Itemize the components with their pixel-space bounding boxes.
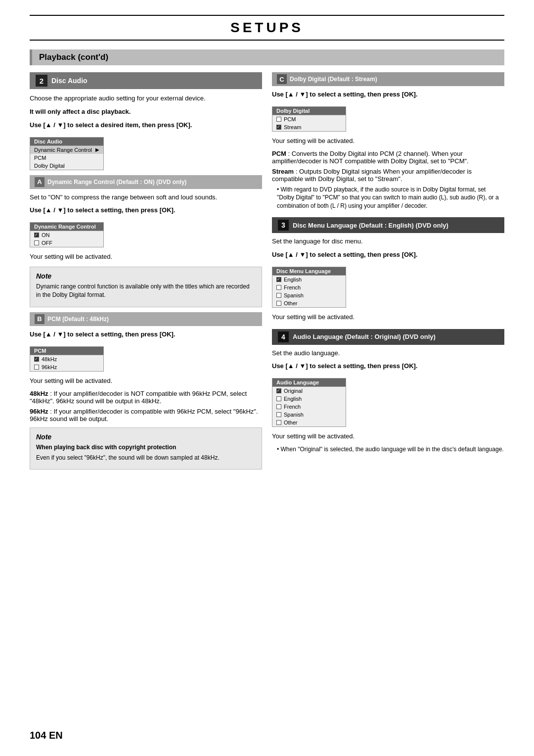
section3-title: Disc Menu Language (Default : English) (…	[293, 222, 448, 229]
spanish-label: Spanish	[284, 292, 304, 298]
section-b-letter: B	[35, 314, 44, 324]
table-row: Spanish	[272, 291, 346, 299]
checkbox-96khz	[34, 365, 39, 370]
section4-instruction: Use [▲ / ▼] to select a setting, then pr…	[272, 362, 504, 371]
disc-audio-row3-label: Dolby Digital	[34, 163, 65, 169]
table-row: Spanish	[272, 411, 346, 419]
dolby-digital-table: Dolby Digital PCM Stream	[272, 106, 346, 132]
table-row: Dynamic Range Control ▶	[30, 146, 103, 154]
checkbox-original	[276, 388, 281, 393]
section3-header: 3 Disc Menu Language (Default : English)…	[272, 217, 504, 233]
note-box-1: Note Dynamic range control function is a…	[30, 267, 262, 307]
table-row: English	[272, 395, 346, 403]
arrow-right-icon: ▶	[95, 147, 99, 152]
section2-instruction: Use [▲ / ▼] to select a desired item, th…	[30, 121, 262, 130]
table-row: French	[272, 403, 346, 411]
disc-audio-row2-label: PCM	[34, 155, 46, 161]
section-b-activated: Your setting will be activated.	[30, 377, 262, 386]
checkbox-other	[276, 301, 281, 306]
table-row: OFF	[30, 239, 103, 247]
section-c-activated: Your setting will be activated.	[272, 137, 504, 146]
term-pcm-def: : Converts the Dolby Digital into PCM (2…	[272, 150, 469, 165]
section-a-desc: Set to "ON" to compress the range betwee…	[30, 193, 262, 202]
table-row: English	[272, 276, 346, 284]
disc-menu-lang-table: Disc Menu Language English French Spanis…	[272, 267, 346, 308]
table-row: Stream	[272, 123, 346, 131]
section4-activated: Your setting will be activated.	[272, 432, 504, 441]
48khz-label: 48kHz	[42, 356, 57, 362]
table-row: French	[272, 284, 346, 291]
term-48khz-def: : If your amplifier/decoder is NOT compa…	[30, 390, 247, 405]
section-b-bar: B PCM (Default : 48kHz)	[30, 312, 262, 326]
other-audio-label: Other	[284, 420, 298, 425]
section2-number: 2	[36, 75, 47, 87]
playback-header: Playback (cont'd)	[30, 49, 504, 65]
off-label: OFF	[42, 240, 52, 246]
table-row: 48kHz	[30, 355, 103, 363]
note2-bold: When playing back disc with copyright pr…	[36, 443, 256, 452]
table-row: Dolby Digital	[30, 162, 103, 170]
term-stream: Stream : Outputs Dolby Digital signals W…	[272, 168, 504, 183]
audio-lang-table: Audio Language Original English French	[272, 378, 346, 427]
disc-audio-table-header: Disc Audio	[30, 138, 103, 146]
term-96khz: 96kHz : If your amplifier/decoder is com…	[30, 408, 262, 423]
right-column: C Dolby Digital (Default : Stream) Use […	[272, 72, 504, 474]
section-b-instruction: Use [▲ / ▼] to select a setting, then pr…	[30, 330, 262, 339]
checkbox-stream	[276, 125, 281, 130]
checkbox-english-audio	[276, 396, 281, 401]
section-a-bar-text: Dynamic Range Control (Default : ON) (DV…	[47, 179, 186, 186]
section4-number: 4	[278, 331, 289, 342]
english-label: English	[284, 277, 302, 283]
term-stream-label: Stream	[272, 168, 294, 175]
table-row: ON	[30, 231, 103, 239]
section4-header: 4 Audio Language (Default : Original) (D…	[272, 329, 504, 345]
left-column: 2 Disc Audio Choose the appropriate audi…	[30, 72, 262, 474]
note1-title: Note	[36, 272, 256, 280]
page-number: 104 EN	[30, 730, 63, 741]
page: SETUPS Playback (cont'd) 2 Disc Audio Ch…	[0, 0, 534, 756]
note-box-2: Note When playing back disc with copyrig…	[30, 427, 262, 470]
checkbox-off	[34, 240, 39, 245]
section2-intro: Choose the appropriate audio setting for…	[30, 94, 262, 103]
table-row: Original	[272, 387, 346, 395]
french-audio-label: French	[284, 404, 301, 410]
term-pcm: PCM : Converts the Dolby Digital into PC…	[272, 150, 504, 165]
checkbox-on	[34, 233, 39, 237]
checkbox-spanish-audio	[276, 412, 281, 417]
section2-header: 2 Disc Audio	[30, 72, 262, 89]
section3-activated: Your setting will be activated.	[272, 313, 504, 322]
section-b-bar-text: PCM (Default : 48kHz)	[47, 316, 109, 323]
pcm-label: PCM	[284, 116, 296, 122]
section2-title: Disc Audio	[51, 77, 88, 85]
table-row: PCM	[30, 154, 103, 162]
dynamic-range-table: Dynamic Range Control ON OFF	[30, 222, 104, 247]
pcm-table: PCM 48kHz 96kHz	[30, 346, 104, 372]
section-c-bar: C Dolby Digital (Default : Stream)	[272, 72, 504, 86]
section-a-instruction: Use [▲ / ▼] to select a setting, then pr…	[30, 206, 262, 215]
section3-instruction: Use [▲ / ▼] to select a setting, then pr…	[272, 250, 504, 260]
note2-item1: Even if you select "96kHz", the sound wi…	[36, 454, 256, 462]
pcm-table-header: PCM	[30, 347, 103, 355]
section3-desc: Set the language for disc menu.	[272, 237, 504, 246]
audio-lang-header: Audio Language	[272, 378, 346, 387]
table-row: 96kHz	[30, 363, 103, 371]
section-c-bullet: With regard to DVD playback, if the audi…	[272, 186, 504, 210]
section2-bold-note: It will only affect a disc playback.	[30, 107, 262, 117]
checkbox-other-audio	[276, 420, 281, 425]
checkbox-48khz	[34, 357, 39, 362]
stream-label: Stream	[284, 124, 301, 130]
term-48khz-label: 48kHz	[30, 390, 48, 397]
page-title: SETUPS	[30, 15, 504, 41]
note2-title: Note	[36, 433, 256, 441]
section-c-bar-text: Dolby Digital (Default : Stream)	[290, 76, 377, 83]
english-audio-label: English	[284, 396, 302, 402]
term-48khz: 48kHz : If your amplifier/decoder is NOT…	[30, 390, 262, 405]
section4-bullet: When "Original" is selected, the audio l…	[272, 445, 504, 454]
section3-number: 3	[278, 220, 289, 231]
term-96khz-label: 96kHz	[30, 408, 48, 415]
on-label: ON	[42, 232, 50, 238]
disc-audio-table: Disc Audio Dynamic Range Control ▶ PCM D…	[30, 137, 104, 170]
section4-desc: Set the audio language.	[272, 349, 504, 358]
section-a-activated: Your setting will be activated.	[30, 252, 262, 262]
dynamic-range-table-header: Dynamic Range Control	[30, 223, 103, 231]
